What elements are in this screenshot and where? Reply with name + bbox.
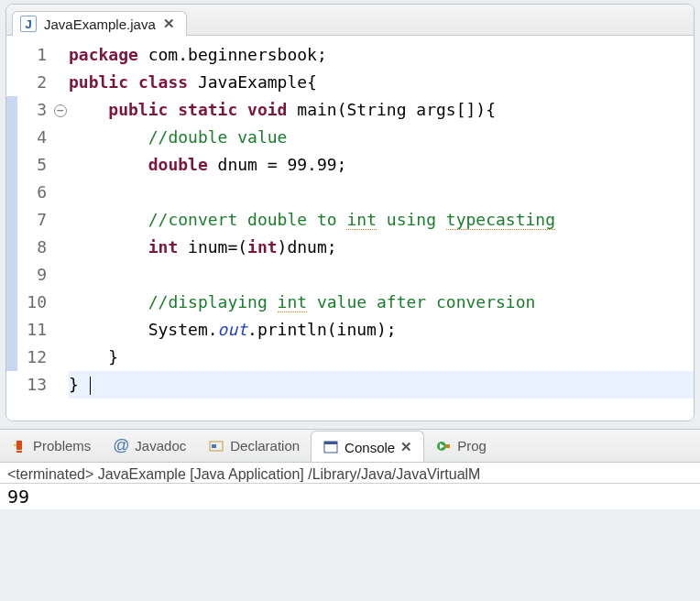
gutter-marker bbox=[6, 261, 17, 289]
close-icon[interactable]: ✕ bbox=[400, 439, 412, 455]
gutter-marker bbox=[6, 124, 17, 151]
gutter-marker bbox=[6, 151, 17, 179]
line-number: 6 bbox=[17, 179, 47, 206]
svg-rect-4 bbox=[212, 444, 216, 448]
tab-problems[interactable]: Problems bbox=[0, 430, 102, 462]
line-number: 5 bbox=[17, 151, 47, 179]
code-line[interactable]: public static void main(String args[]){ bbox=[69, 96, 694, 124]
gutter-marker bbox=[6, 234, 17, 261]
console-icon bbox=[323, 440, 339, 454]
gutter-marker bbox=[6, 69, 17, 96]
java-file-icon: J bbox=[20, 16, 37, 32]
editor-pane: J JavaExample.java ✕ 12345678910111213 −… bbox=[5, 4, 695, 421]
line-number: 4 bbox=[17, 124, 47, 151]
line-number: 13 bbox=[17, 371, 47, 399]
line-number: 2 bbox=[17, 69, 47, 96]
close-icon[interactable]: ✕ bbox=[163, 16, 175, 32]
warning-icon bbox=[11, 439, 27, 453]
file-tab-label: JavaExample.java bbox=[44, 16, 156, 32]
view-tabs: Problems@JavadocDeclarationConsole✕Prog bbox=[0, 430, 700, 463]
svg-rect-9 bbox=[446, 444, 450, 448]
tab-label: Javadoc bbox=[135, 438, 186, 453]
line-number: 10 bbox=[17, 289, 47, 316]
gutter-marker bbox=[6, 179, 17, 206]
line-number: 7 bbox=[17, 206, 47, 234]
code-line[interactable]: public class JavaExample{ bbox=[69, 69, 694, 96]
gutter-marker bbox=[6, 206, 17, 234]
gutter-marker bbox=[6, 316, 17, 344]
bottom-pane: Problems@JavadocDeclarationConsole✕Prog … bbox=[0, 429, 700, 509]
tab-label: Prog bbox=[457, 438, 487, 453]
console-output: 99 bbox=[0, 483, 700, 509]
file-tab[interactable]: J JavaExample.java ✕ bbox=[12, 11, 187, 36]
console-status: <terminated> JavaExample [Java Applicati… bbox=[0, 463, 700, 483]
code-line[interactable] bbox=[69, 179, 694, 206]
tab-progress[interactable]: Prog bbox=[424, 430, 498, 462]
line-number: 8 bbox=[17, 234, 47, 261]
code-line[interactable]: System.out.println(inum); bbox=[69, 316, 694, 344]
run-icon bbox=[435, 439, 452, 453]
gutter-marker bbox=[6, 344, 17, 371]
tab-javadoc[interactable]: @Javadoc bbox=[102, 430, 197, 462]
tab-label: Problems bbox=[33, 438, 91, 453]
code-line[interactable]: } bbox=[69, 344, 694, 371]
line-number: 1 bbox=[17, 41, 47, 69]
line-number: 3 bbox=[17, 96, 47, 124]
code-line[interactable]: //displaying int value after conversion bbox=[69, 289, 694, 316]
code-line[interactable]: double dnum = 99.99; bbox=[69, 151, 694, 179]
svg-rect-2 bbox=[14, 444, 16, 446]
code-line[interactable]: } bbox=[69, 371, 694, 399]
code-line[interactable] bbox=[69, 261, 694, 289]
tab-label: Console bbox=[345, 440, 395, 455]
code-line[interactable]: //convert double to int using typecastin… bbox=[69, 206, 694, 234]
at-icon: @ bbox=[113, 436, 129, 455]
code-line[interactable]: int inum=(int)dnum; bbox=[69, 234, 694, 261]
decl-icon bbox=[208, 439, 224, 453]
svg-rect-6 bbox=[324, 442, 337, 444]
editor-tab-bar: J JavaExample.java ✕ bbox=[6, 5, 694, 36]
code-line[interactable]: package com.beginnersbook; bbox=[69, 41, 694, 69]
gutter-marker bbox=[6, 289, 17, 316]
svg-rect-0 bbox=[16, 441, 22, 450]
svg-rect-1 bbox=[16, 451, 22, 453]
gutter-marker bbox=[6, 371, 17, 399]
tab-console[interactable]: Console✕ bbox=[311, 431, 424, 463]
fold-toggle-icon[interactable]: − bbox=[54, 104, 67, 117]
gutter-marker bbox=[6, 41, 17, 69]
code-line[interactable]: //double value bbox=[69, 124, 694, 151]
tab-declaration[interactable]: Declaration bbox=[197, 430, 311, 462]
gutter-marker bbox=[6, 96, 17, 124]
code-editor[interactable]: 12345678910111213 − package com.beginner… bbox=[6, 36, 694, 421]
tab-label: Declaration bbox=[230, 438, 300, 453]
line-number: 12 bbox=[17, 344, 47, 371]
line-number: 9 bbox=[17, 261, 47, 289]
line-number: 11 bbox=[17, 316, 47, 344]
